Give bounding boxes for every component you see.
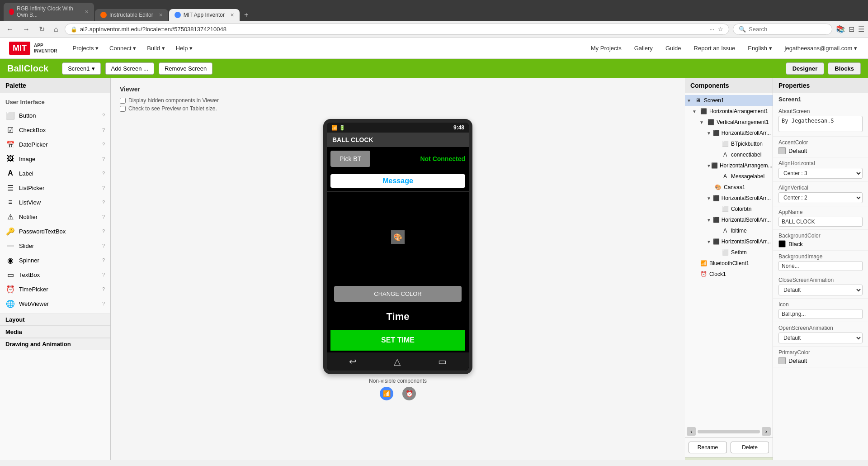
canvas-image: 🎨 [391, 230, 405, 244]
comp-hscroll1[interactable]: ▼ ⬛ HorizontalScrollArr... [685, 128, 773, 138]
palette-item-notifier[interactable]: ⚠ Notifier ? [0, 209, 110, 224]
tab-mit[interactable]: MIT App Inventor ✕ [169, 9, 240, 21]
home-button[interactable]: ⌂ [51, 24, 61, 34]
set-time-button[interactable]: SET TIME [330, 330, 465, 351]
comp-bluetooth1[interactable]: 📶 BluetoothClient1 [685, 258, 773, 269]
nav-connect[interactable]: Connect ▾ [108, 43, 138, 53]
app-inventor-text: APPINVENTOR [34, 43, 57, 54]
delete-button[interactable]: Delete [731, 442, 769, 453]
split-view-icon[interactable]: ⊟ [849, 25, 854, 33]
comp-messagelabel[interactable]: A Messagelabel [685, 171, 773, 182]
library-icon[interactable]: 📚 [836, 25, 845, 33]
comp-scroll-right[interactable]: › [762, 427, 771, 436]
palette-item-passwordtextbox[interactable]: 🔑 PasswordTextBox ? [0, 224, 110, 238]
add-screen-button[interactable]: Add Screen ... [105, 62, 154, 75]
gallery-link[interactable]: Gallery [632, 43, 655, 53]
align-vertical-select[interactable]: Center : 2 [778, 192, 863, 203]
comp-scroll-left[interactable]: ‹ [687, 427, 696, 436]
rename-button[interactable]: Rename [689, 442, 727, 453]
user-account[interactable]: jegatheesans@gmail.com ▾ [783, 43, 859, 53]
comp-scrollbar[interactable] [698, 430, 760, 433]
comp-connectlabel[interactable]: A connectlabel [685, 149, 773, 160]
comp-lbltime[interactable]: A lbltime [685, 225, 773, 236]
primary-color-swatch[interactable] [778, 357, 786, 364]
comp-horiz1[interactable]: ▼ ⬛ HorizontalArrangement1 [685, 106, 773, 117]
reload-button[interactable]: ↻ [36, 24, 47, 34]
designer-button[interactable]: Designer [786, 62, 825, 75]
comp-hscroll3[interactable]: ▼ ⬛ HorizontalScrollArr... [685, 214, 773, 225]
comp-vert1[interactable]: ▼ ⬛ VerticalArrangement1 [685, 117, 773, 128]
phone-signal-icons: 📶 🔋 [331, 125, 345, 131]
background-image-input[interactable] [778, 261, 863, 271]
search-input[interactable] [749, 26, 816, 33]
tab-close-mit[interactable]: ✕ [230, 12, 234, 18]
palette-item-datepicker[interactable]: 📅 DatePicker ? [0, 137, 110, 152]
search-bar[interactable]: 🔍 [733, 24, 832, 35]
remove-screen-button[interactable]: Remove Screen [159, 62, 212, 75]
bookmark-star-icon[interactable]: ☆ [718, 26, 723, 33]
tablet-preview-option[interactable]: Check to see Preview on Tablet size. [120, 105, 676, 112]
palette-item-spinner[interactable]: ◉ Spinner ? [0, 253, 110, 267]
nav-help[interactable]: Help ▾ [174, 43, 194, 53]
mit-logo-text: MIT [9, 42, 30, 55]
my-projects-link[interactable]: My Projects [589, 43, 623, 53]
palette-item-listpicker[interactable]: ☰ ListPicker ? [0, 181, 110, 195]
background-color-swatch[interactable] [778, 240, 786, 247]
language-selector[interactable]: English ▾ [746, 43, 774, 53]
time-label: Time [327, 305, 469, 328]
back-button[interactable]: ← [4, 24, 16, 34]
comp-hscroll4[interactable]: ▼ ⬛ HorizontalScrollArr... [685, 236, 773, 247]
palette-item-checkbox[interactable]: ☑ CheckBox ? [0, 123, 110, 137]
tab-close-instructable[interactable]: ✕ [159, 12, 163, 18]
comp-btpickbutton[interactable]: ⬜ BTpickbutton [685, 138, 773, 149]
palette-item-slider[interactable]: — Slider ? [0, 238, 110, 253]
tab-close-rgb[interactable]: ✕ [85, 9, 89, 15]
nav-build[interactable]: Build ▾ [145, 43, 167, 53]
palette-media-header[interactable]: Media [0, 326, 110, 338]
palette-item-webviewer[interactable]: 🌐 WebViewer ? [0, 296, 110, 311]
comp-colorbtn[interactable]: ⬜ Colorbtn [685, 204, 773, 214]
comp-horiz-arrange2[interactable]: ▼ ⬛ HorizontalArrangem... [685, 160, 773, 171]
app-name-input[interactable] [778, 217, 863, 227]
icon-input[interactable] [778, 309, 863, 319]
url-bar[interactable]: 🔒 ai2.appinventor.mit.edu/?locale=en#575… [65, 24, 729, 35]
comp-hscroll2[interactable]: ▼ ⬛ HorizontalScrollArr... [685, 193, 773, 204]
palette-item-image[interactable]: 🖼 Image ? [0, 152, 110, 166]
pick-bt-button[interactable]: Pick BT [330, 151, 370, 167]
webviewer-icon: 🌐 [5, 299, 15, 309]
about-screen-value[interactable]: By Jegatheesan.S [778, 116, 863, 132]
close-screen-animation-select[interactable]: Default [778, 285, 863, 295]
comp-canvas1[interactable]: 🎨 Canvas1 [685, 182, 773, 193]
home-nav-icon: △ [394, 356, 401, 367]
open-screen-animation-select[interactable]: Default [778, 333, 863, 343]
palette-drawing-header[interactable]: Drawing and Animation [0, 338, 110, 350]
hidden-components-option[interactable]: Display hidden components in Viewer [120, 97, 676, 104]
comp-setbtn[interactable]: ⬜ Setbtn [685, 247, 773, 258]
menu-icon[interactable]: ☰ [858, 25, 864, 33]
palette-layout-header[interactable]: Layout [0, 314, 110, 326]
change-color-button[interactable]: CHANGE COLOR [334, 286, 462, 302]
forward-button[interactable]: → [20, 24, 33, 34]
nav-projects[interactable]: Projects ▾ [71, 43, 101, 53]
palette-item-timepicker[interactable]: ⏰ TimePicker ? [0, 282, 110, 296]
blocks-button[interactable]: Blocks [828, 62, 861, 75]
report-issue-link[interactable]: Report an Issue [692, 43, 737, 53]
browser-chrome: RGB Infinity Clock With Own B... ✕ Instr… [0, 0, 868, 21]
accent-color-swatch[interactable] [778, 147, 786, 154]
guide-link[interactable]: Guide [664, 43, 683, 53]
new-tab-button[interactable]: + [241, 9, 252, 21]
palette-item-textbox[interactable]: ▭ TextBox ? [0, 267, 110, 282]
comp-screen1[interactable]: ▼ 🖥 Screen1 [685, 95, 773, 106]
screen1-button[interactable]: Screen1 ▾ [62, 62, 100, 75]
tab-instructable[interactable]: Instructable Editor ✕ [95, 9, 168, 21]
comp-clock1[interactable]: ⏰ Clock1 [685, 269, 773, 280]
label-icon: A [5, 168, 15, 178]
hidden-components-checkbox[interactable] [120, 98, 126, 104]
palette-item-listview[interactable]: ≡ ListView ? [0, 195, 110, 209]
palette-item-button[interactable]: ⬜ Button ? [0, 108, 110, 123]
palette-item-label[interactable]: A Label ? [0, 166, 110, 181]
dots-icon[interactable]: ··· [709, 26, 714, 33]
tablet-preview-checkbox[interactable] [120, 106, 126, 112]
align-horizontal-select[interactable]: Center : 3 [778, 168, 863, 179]
tab-rgb[interactable]: RGB Infinity Clock With Own B... ✕ [4, 3, 94, 21]
